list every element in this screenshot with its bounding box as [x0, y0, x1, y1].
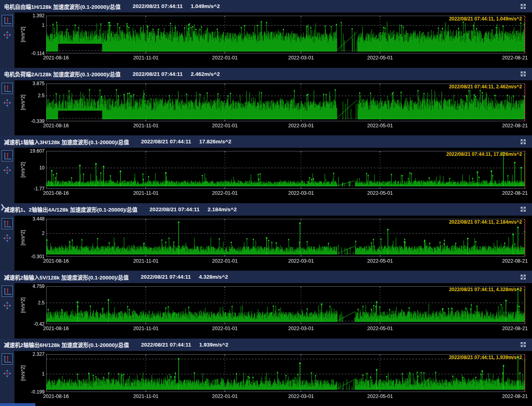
chart-panel: 减速机2轴输入5V/128k 加速度波形(0.1-20000)/总值 2022/… — [0, 271, 532, 339]
trend-plot[interactable]: 2022/08/21 07:44:11, 2.184m/s^2 — [46, 219, 525, 257]
trend-plot[interactable]: 2022/08/21 07:44:11, 17.826m/s^2 — [46, 151, 525, 189]
y-axis-unit-label: [m/s^2] — [20, 219, 26, 257]
panel-title: 减速机2轴输入5V/128k 加速度波形(0.1-20000)/总值 — [4, 273, 129, 281]
pan-move-icon[interactable] — [2, 368, 13, 379]
y-axis-unit-label: [m/s^2] — [20, 354, 26, 392]
x-tick-label: 2021-08-16 — [43, 123, 69, 129]
chart-area: [m/s^2] 2.327 1 -0.199 2022/08/21 07:44:… — [14, 351, 532, 406]
chart-panel: 电机负荷端2A/128k 加速度波形(0.1-20000)/总值 2022/08… — [0, 68, 532, 136]
trend-plot[interactable]: 2022/08/21 07:44:11, 2.462m/s^2 — [46, 84, 525, 121]
autoscale-axes-icon[interactable] — [2, 15, 13, 26]
chart-panel: 减速机2轴输出6H/128k 加速度波形(0.1-20000)/总值 2022/… — [0, 339, 532, 406]
panel-timestamp: 2022/08/21 07:44:11 — [132, 71, 183, 77]
maximize-icon[interactable] — [519, 341, 527, 349]
y-tick-mid: 1 — [42, 371, 45, 377]
panel-title: 电机负荷端2A/128k 加速度波形(0.1-20000)/总值 — [4, 70, 120, 78]
x-tick-label: 2022-03-01 — [288, 190, 314, 196]
x-tick-label: 2021-11-01 — [133, 123, 159, 129]
panel-titlebar: 减速机1轴输入3H/128k 加速度波形(0.1-20000)/总值 2022/… — [0, 135, 532, 148]
cursor-annotation: 2022/08/21 07:44:11, 1.939m/s^2 — [449, 355, 522, 360]
x-tick-label: 2022-05-01 — [367, 55, 393, 61]
x-axis-labels: 2021-08-162021-11-012022-01-012022-03-01… — [46, 258, 525, 265]
panel-titlebar: 减速机1、2轴输出4A/128k 加速度波形(0.1-20000)/总值 202… — [0, 203, 532, 216]
x-tick-label: 2021-11-01 — [133, 55, 159, 61]
autoscale-axes-icon[interactable] — [2, 353, 13, 365]
x-tick-label: 2022-01-01 — [212, 394, 238, 399]
x-tick-label: 2021-11-01 — [133, 190, 159, 196]
x-tick-label: 2022-08-21 — [502, 123, 528, 129]
maximize-icon[interactable] — [519, 138, 527, 146]
y-tick-min: -0.114 — [31, 51, 45, 56]
panel-toolbar — [0, 80, 14, 136]
panel-timestamp: 2022/08/21 07:44:11 — [132, 3, 183, 9]
x-tick-label: 2021-11-01 — [133, 326, 159, 331]
y-tick-mid: 1 — [42, 22, 45, 28]
maximize-icon[interactable] — [519, 205, 527, 213]
panel-body: [m/s^2] 3.875 2.5 -0.339 2022/08/21 07:4… — [0, 80, 532, 136]
y-tick-max: 2.327 — [33, 351, 45, 357]
panel-latest-value: 4.328m/s^2 — [199, 274, 228, 280]
pan-move-icon[interactable] — [2, 165, 13, 176]
cursor-annotation: 2022/08/21 07:44:11, 2.462m/s^2 — [449, 84, 522, 90]
panel-latest-value: 2.462m/s^2 — [191, 71, 220, 77]
y-axis-unit-label: [m/s^2] — [20, 286, 26, 324]
x-tick-label: 2022-01-01 — [212, 55, 238, 61]
maximize-icon[interactable] — [519, 2, 527, 10]
panel-latest-value: 1.049m/s^2 — [191, 3, 220, 9]
x-tick-label: 2022-05-01 — [367, 123, 393, 129]
pan-move-icon[interactable] — [2, 29, 13, 41]
panel-body: [m/s^2] 3.448 2 -0.301 2022/08/21 07:44:… — [0, 216, 532, 271]
trend-plot[interactable]: 2022/08/21 07:44:11, 1.939m/s^2 — [46, 354, 525, 392]
sidebar-expand-chevron-icon[interactable]: ❯ — [0, 203, 5, 211]
pan-move-icon[interactable] — [2, 233, 13, 244]
trend-plot[interactable]: 2022/08/21 07:44:11, 4.328m/s^2 — [46, 286, 525, 324]
x-axis-labels: 2021-08-162021-11-012022-01-012022-03-01… — [46, 55, 525, 61]
panel-toolbar — [0, 351, 14, 406]
chart-area: [m/s^2] 4.759 2.5 -0.42 2022/08/21 07:44… — [14, 283, 532, 339]
cursor-annotation: 2022/08/21 07:44:11, 1.049m/s^2 — [449, 16, 522, 22]
autoscale-axes-icon[interactable] — [2, 150, 13, 161]
x-axis-labels: 2021-08-162021-11-012022-01-012022-03-01… — [46, 326, 525, 332]
panel-toolbar — [0, 216, 14, 271]
chart-panel: 减速机1轴输入3H/128k 加速度波形(0.1-20000)/总值 2022/… — [0, 135, 532, 203]
y-tick-mid: 10 — [39, 165, 45, 171]
panel-body: [m/s^2] 4.759 2.5 -0.42 2022/08/21 07:44… — [0, 283, 532, 339]
x-axis-labels: 2021-08-162021-11-012022-01-012022-03-01… — [46, 190, 525, 197]
autoscale-axes-icon[interactable] — [2, 286, 13, 297]
panel-timestamp: 2022/08/21 07:44:11 — [149, 206, 200, 212]
x-tick-label: 2022-05-01 — [367, 326, 393, 331]
panel-latest-value: 2.184m/s^2 — [208, 206, 236, 212]
maximize-icon[interactable] — [519, 70, 527, 78]
y-tick-mid: 2.5 — [38, 93, 45, 98]
panel-title: 减速机1轴输入3H/128k 加速度波形(0.1-20000)/总值 — [4, 138, 129, 146]
panel-titlebar: 减速机2轴输入5V/128k 加速度波形(0.1-20000)/总值 2022/… — [0, 271, 532, 283]
horizontal-scrollbar-thumb[interactable] — [0, 403, 35, 406]
panel-title: 减速机1、2轴输出4A/128k 加速度波形(0.1-20000)/总值 — [4, 205, 137, 213]
panel-timestamp: 2022/08/21 07:44:11 — [141, 274, 191, 280]
cursor-annotation: 2022/08/21 07:44:11, 2.184m/s^2 — [449, 219, 522, 225]
trend-dashboard: 电机自由端1H/128k 加速度波形(0.1-20000)/总值 2022/08… — [0, 0, 532, 406]
panel-latest-value: 1.939m/s^2 — [199, 342, 228, 348]
chart-area: [m/s^2] 3.448 2 -0.301 2022/08/21 07:44:… — [14, 216, 532, 271]
x-tick-label: 2022-05-01 — [367, 190, 393, 196]
x-tick-label: 2022-08-21 — [502, 55, 528, 61]
y-tick-mid: 2.5 — [38, 300, 45, 306]
pan-move-icon[interactable] — [2, 300, 13, 311]
pan-move-icon[interactable] — [2, 97, 13, 108]
panel-toolbar — [0, 148, 14, 203]
maximize-icon[interactable] — [519, 273, 527, 281]
x-tick-label: 2022-05-01 — [367, 258, 393, 264]
autoscale-axes-icon[interactable] — [2, 218, 13, 229]
x-tick-label: 2022-08-21 — [502, 394, 528, 399]
x-tick-label: 2022-01-01 — [212, 326, 238, 331]
trend-plot[interactable]: 2022/08/21 07:44:11, 1.049m/s^2 — [46, 16, 525, 53]
panel-toolbar — [0, 12, 14, 68]
panel-body: [m/s^2] 19.607 10 -1.77 2022/08/21 07:44… — [0, 148, 532, 203]
x-tick-label: 2022-03-01 — [288, 394, 314, 399]
autoscale-axes-icon[interactable] — [2, 83, 13, 94]
y-axis-unit-label: [m/s^2] — [20, 16, 26, 53]
x-tick-label: 2022-05-01 — [367, 394, 393, 399]
panel-stack: 电机自由端1H/128k 加速度波形(0.1-20000)/总值 2022/08… — [0, 0, 532, 406]
x-tick-label: 2021-08-16 — [43, 55, 69, 61]
chart-area: [m/s^2] 3.875 2.5 -0.339 2022/08/21 07:4… — [14, 80, 532, 136]
